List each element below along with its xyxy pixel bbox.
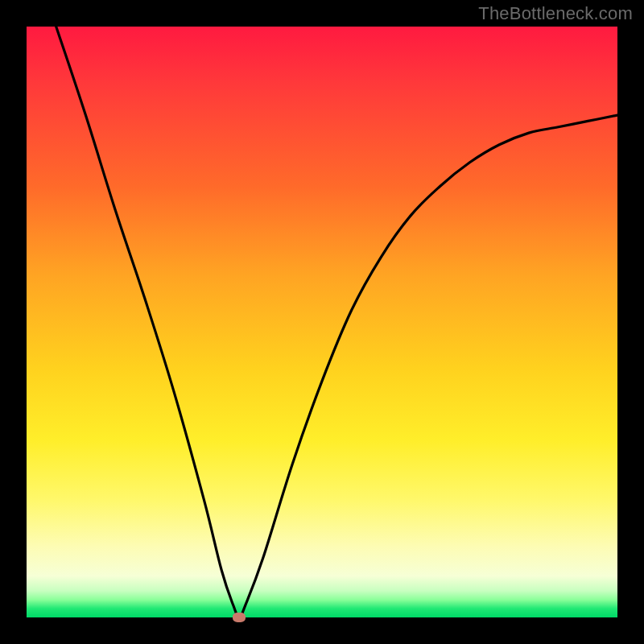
watermark-text: TheBottleneck.com (478, 3, 633, 24)
chart-frame: TheBottleneck.com (0, 0, 644, 644)
optimal-point-marker (233, 613, 246, 622)
plot-area (27, 27, 617, 617)
bottleneck-curve (56, 27, 617, 617)
curve-svg (27, 27, 617, 617)
